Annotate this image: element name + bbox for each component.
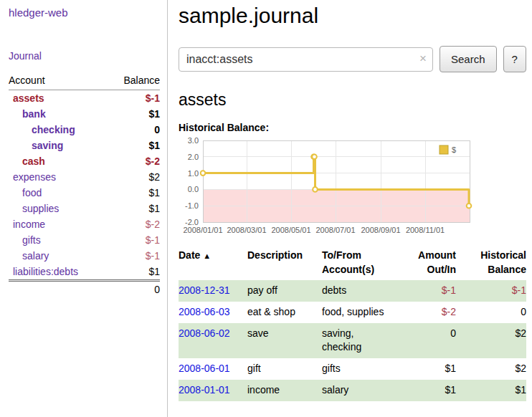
account-balance: 0 xyxy=(108,122,160,138)
svg-text:0.0: 0.0 xyxy=(188,185,199,193)
account-link[interactable]: food xyxy=(22,187,42,198)
account-row: cash$-2 xyxy=(9,153,160,169)
transaction-description: pay off xyxy=(247,280,322,302)
transaction-description: save xyxy=(247,323,322,358)
search-box: × xyxy=(179,47,433,72)
account-balance: $-1 xyxy=(108,90,160,107)
historical-balance-chart: 3.02.01.00.0-1.0-2.02008/01/012008/03/01… xyxy=(179,137,474,240)
transaction-amount: 0 xyxy=(407,323,462,358)
search-button[interactable]: Search xyxy=(440,46,497,72)
transaction-balance: $2 xyxy=(462,358,526,380)
account-link[interactable]: liabilities:debts xyxy=(13,266,78,277)
account-balance: $1 xyxy=(108,264,160,281)
sidebar-item-journal[interactable]: Journal xyxy=(9,50,160,62)
account-name-cell: checking xyxy=(9,122,108,138)
account-balance: $-1 xyxy=(108,248,160,264)
transaction-date-link[interactable]: 2008-01-01 xyxy=(179,384,230,396)
account-balance: $1 xyxy=(108,185,160,201)
account-name-cell: salary xyxy=(9,248,108,264)
transaction-balance: 0 xyxy=(462,302,526,323)
page-title: sample.journal xyxy=(179,4,526,28)
account-balance: $-2 xyxy=(108,153,160,169)
account-name-cell: cash xyxy=(9,153,108,169)
transaction-date-cell: 2008-06-01 xyxy=(179,358,247,380)
account-row: checking0 xyxy=(9,122,160,138)
transaction-description: gift xyxy=(247,358,322,380)
account-link[interactable]: expenses xyxy=(13,171,56,183)
account-link[interactable]: assets xyxy=(13,92,44,104)
transaction-date-link[interactable]: 2008-12-31 xyxy=(179,284,230,296)
account-balance: $1 xyxy=(108,201,160,216)
accounts-total-row: 0 xyxy=(9,281,160,298)
account-row: supplies$1 xyxy=(9,201,160,216)
transaction-description: eat & shop xyxy=(247,302,322,323)
account-link[interactable]: checking xyxy=(32,124,75,135)
account-link[interactable]: saving xyxy=(32,140,63,151)
main-content: sample.journal × Search ? assets Histori… xyxy=(168,0,532,417)
column-header-description[interactable]: Description xyxy=(247,247,322,280)
svg-text:2008/07/01: 2008/07/01 xyxy=(315,226,355,234)
transaction-row: 2008-01-01incomesalary$1$1 xyxy=(179,380,526,401)
transaction-balance: $2 xyxy=(462,323,526,358)
transaction-balance: $1 xyxy=(462,380,526,401)
accounts-header-balance: Balance xyxy=(108,72,160,90)
account-name-cell: assets xyxy=(9,90,108,107)
accounts-table-body: assets$-1bank$1checking0saving$1cash$-2e… xyxy=(9,90,160,281)
search-input[interactable] xyxy=(179,47,433,72)
transactions-table: Date▲ Description To/From Account(s) Amo… xyxy=(179,247,526,401)
transactions-header-row: Date▲ Description To/From Account(s) Amo… xyxy=(179,247,526,280)
svg-text:3.0: 3.0 xyxy=(188,137,199,145)
clear-search-icon[interactable]: × xyxy=(419,52,427,66)
transaction-row: 2008-06-03eat & shopfood, supplies$-20 xyxy=(179,302,526,323)
transaction-amount: $-2 xyxy=(407,302,462,323)
accounts-header-row: Account Balance xyxy=(9,72,160,90)
svg-text:$: $ xyxy=(452,145,456,154)
account-link[interactable]: salary xyxy=(22,250,49,262)
column-header-date[interactable]: Date▲ xyxy=(179,247,247,280)
account-balance: $2 xyxy=(108,169,160,185)
account-name-cell: gifts xyxy=(9,232,108,248)
accounts-total-spacer xyxy=(9,281,108,298)
account-name-cell: income xyxy=(9,216,108,232)
transaction-description: income xyxy=(247,380,322,401)
account-link[interactable]: cash xyxy=(22,155,45,167)
transaction-date-cell: 2008-12-31 xyxy=(179,280,247,302)
account-heading: assets xyxy=(179,90,526,110)
transaction-accounts: debts xyxy=(322,280,407,302)
transaction-date-link[interactable]: 2008-06-03 xyxy=(179,306,230,317)
search-bar: × Search ? xyxy=(179,46,526,72)
column-header-amount[interactable]: Amount Out/In xyxy=(407,247,462,280)
transaction-amount: $-1 xyxy=(407,280,462,302)
transaction-date-cell: 2008-01-01 xyxy=(179,380,247,401)
sort-ascending-icon: ▲ xyxy=(203,251,211,260)
svg-text:-1.0: -1.0 xyxy=(185,201,199,210)
account-link[interactable]: supplies xyxy=(22,203,59,214)
account-link[interactable]: gifts xyxy=(22,234,41,246)
svg-text:2008/01/01: 2008/01/01 xyxy=(183,226,222,234)
transaction-date-cell: 2008-06-03 xyxy=(179,302,247,323)
svg-text:1.0: 1.0 xyxy=(188,169,199,178)
svg-text:2008/09/01: 2008/09/01 xyxy=(361,226,400,234)
account-link[interactable]: bank xyxy=(22,108,46,120)
transaction-date-link[interactable]: 2008-06-01 xyxy=(179,363,230,374)
transactions-table-body: 2008-12-31pay offdebts$-1$-12008-06-03ea… xyxy=(179,280,526,401)
account-row: expenses$2 xyxy=(9,169,160,185)
account-row: assets$-1 xyxy=(9,90,160,107)
svg-text:2008/11/01: 2008/11/01 xyxy=(406,226,445,234)
transaction-row: 2008-06-01giftgifts$1$2 xyxy=(179,358,526,380)
accounts-table: Account Balance assets$-1bank$1checking0… xyxy=(9,72,160,297)
account-balance: $1 xyxy=(108,138,160,153)
transaction-row: 2008-06-02savesaving, checking0$2 xyxy=(179,323,526,358)
app-title-link[interactable]: hledger-web xyxy=(9,6,160,19)
column-header-balance[interactable]: Historical Balance xyxy=(462,247,526,280)
help-button[interactable]: ? xyxy=(503,46,526,72)
transaction-amount: $1 xyxy=(407,358,462,380)
transaction-amount: $1 xyxy=(407,380,462,401)
column-header-accounts[interactable]: To/From Account(s) xyxy=(322,247,407,280)
account-name-cell: bank xyxy=(9,106,108,122)
accounts-header-account: Account xyxy=(9,72,108,90)
account-name-cell: food xyxy=(9,185,108,201)
accounts-total-balance: 0 xyxy=(108,281,160,298)
transaction-date-link[interactable]: 2008-06-02 xyxy=(179,327,230,339)
account-link[interactable]: income xyxy=(13,219,45,230)
